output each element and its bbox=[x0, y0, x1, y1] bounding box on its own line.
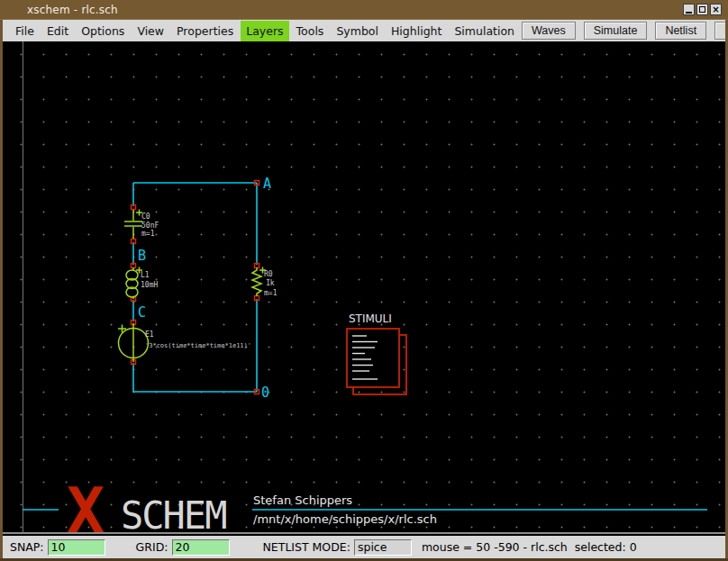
terminal bbox=[132, 205, 136, 210]
menu-simulation[interactable]: Simulation bbox=[449, 21, 520, 41]
simulate-button[interactable]: Simulate bbox=[584, 22, 648, 40]
menu-edit[interactable]: Edit bbox=[41, 21, 74, 41]
schematic-canvas[interactable]: C0 50nF m=1 L1 10mH E1 bbox=[3, 41, 725, 534]
logo-schem: SCHEM bbox=[121, 493, 226, 534]
minimize-button[interactable] bbox=[683, 4, 695, 15]
node-label-C[interactable]: C bbox=[138, 304, 146, 321]
stimuli-label: STIMULI bbox=[349, 312, 392, 325]
author-text[interactable]: Stefan Schippers bbox=[253, 493, 352, 507]
xschem-logo[interactable]: X SCHEM bbox=[67, 474, 226, 534]
close-button[interactable]: × bbox=[710, 4, 722, 15]
stimuli-doc-front bbox=[347, 329, 399, 387]
capacitor-symbol bbox=[124, 210, 142, 240]
grid-label: GRID: bbox=[136, 540, 168, 554]
terminal bbox=[255, 264, 259, 268]
minimize-icon bbox=[686, 12, 692, 14]
netlist-button[interactable]: Netlist bbox=[655, 22, 706, 40]
node-label-A[interactable]: A bbox=[263, 176, 271, 192]
component-value: 50nF bbox=[141, 222, 159, 230]
mouse-status-text: mouse = 50 -590 - rlc.sch selected: 0 bbox=[422, 540, 637, 554]
title-bar[interactable]: xschem - rlc.sch × bbox=[0, 0, 728, 20]
component-mult: m=1 bbox=[264, 289, 278, 297]
stimuli-block[interactable]: STIMULI bbox=[347, 312, 406, 394]
component-ref: E1 bbox=[145, 330, 154, 339]
window-title: xschem - rlc.sch bbox=[27, 4, 118, 16]
window-controls: × bbox=[683, 4, 722, 15]
window-border-left bbox=[0, 20, 3, 561]
wire[interactable] bbox=[133, 363, 257, 392]
netlist-mode-input[interactable] bbox=[354, 539, 412, 556]
menu-properties[interactable]: Properties bbox=[171, 21, 239, 41]
schematic-drawing: C0 50nF m=1 L1 10mH E1 bbox=[3, 41, 725, 534]
menu-highlight[interactable]: Highlight bbox=[386, 21, 447, 41]
source-symbol bbox=[118, 323, 149, 362]
component-ref: L1 bbox=[141, 271, 150, 279]
menu-options[interactable]: Options bbox=[76, 21, 130, 41]
snap-label: SNAP: bbox=[10, 540, 44, 554]
menu-layers[interactable]: Layers bbox=[241, 21, 288, 41]
file-path-text[interactable]: /mnt/x/home/schippes/x/rlc.sch bbox=[253, 512, 437, 526]
component-value: 10mH bbox=[141, 281, 158, 289]
status-bar: SNAP: GRID: NETLIST MODE: mouse = 50 -59… bbox=[3, 536, 725, 558]
snap-input[interactable] bbox=[48, 539, 105, 556]
component-value: 1k bbox=[266, 279, 275, 287]
terminal bbox=[132, 240, 136, 244]
waves-button[interactable]: Waves bbox=[522, 22, 576, 40]
resistor-R0[interactable]: R0 1k m=1 bbox=[252, 267, 278, 297]
component-ref: C0 bbox=[141, 213, 150, 221]
menu-bar: File Edit Options View Properties Layers… bbox=[3, 20, 725, 41]
logo-x: X bbox=[67, 474, 105, 534]
menu-action-buttons: Waves Simulate Netlist Help bbox=[522, 22, 728, 40]
close-icon: × bbox=[712, 5, 719, 14]
netlist-mode-label: NETLIST MODE: bbox=[263, 540, 350, 554]
component-mult: m=1 bbox=[141, 230, 155, 238]
component-value: '3*cos(time*time*time*1e11)' bbox=[145, 342, 251, 349]
menu-tools[interactable]: Tools bbox=[291, 21, 330, 41]
node-label-B[interactable]: B bbox=[138, 248, 146, 264]
terminal bbox=[132, 264, 136, 268]
terminal bbox=[255, 296, 259, 301]
menu-view[interactable]: View bbox=[132, 21, 169, 41]
menu-symbol[interactable]: Symbol bbox=[331, 21, 384, 41]
inductor-L1[interactable]: L1 10mH bbox=[126, 267, 158, 300]
menu-file[interactable]: File bbox=[10, 21, 40, 41]
source-E1[interactable]: E1 '3*cos(time*time*time*1e11)' bbox=[118, 323, 251, 362]
maximize-button[interactable] bbox=[696, 4, 708, 15]
component-ref: R0 bbox=[264, 270, 273, 278]
node-label-0[interactable]: 0 bbox=[261, 385, 269, 401]
grid-input[interactable] bbox=[172, 539, 230, 556]
capacitor-C0[interactable]: C0 50nF m=1 bbox=[124, 210, 159, 240]
maximize-icon bbox=[699, 6, 705, 13]
